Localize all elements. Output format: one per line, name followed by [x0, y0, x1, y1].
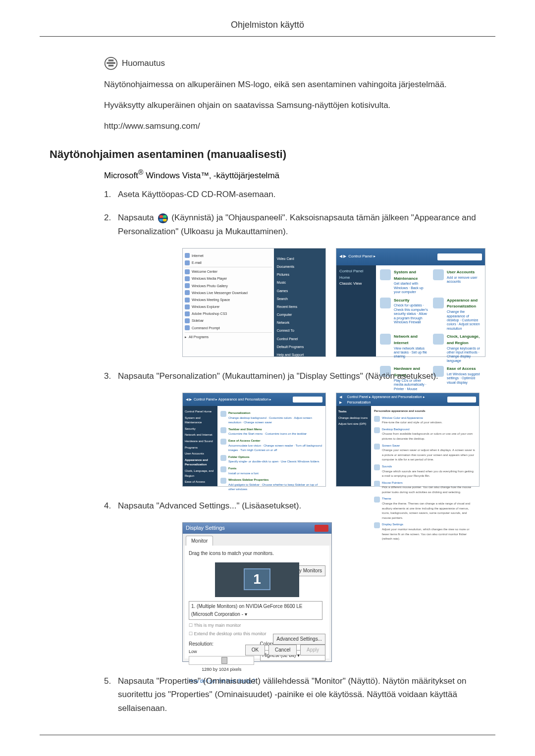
advanced-settings-button: Advanced Settings... [273, 634, 325, 645]
screenshot-appearance-personalization: ◀ ▶Control Panel ▸ Appearance and Person… [182, 393, 326, 487]
svg-point-1 [158, 213, 167, 223]
header-rule [40, 36, 495, 37]
apply-button: Apply [300, 645, 325, 655]
cancel-button: Cancel [268, 645, 297, 655]
step-3-text: Napsauta "Personalization" (Mukauttamine… [118, 371, 438, 381]
page-header-title: Ohjelmiston käyttö [40, 20, 495, 30]
screenshot-control-panel: ◀ ▶Control Panel ▸ Control Panel Home Cl… [336, 248, 485, 357]
sub-mid: Windows Vista™‚ -käyttöjärjestelmä [143, 170, 279, 180]
step-4: Napsauta "Advanced Settings..." (Lisäase… [104, 499, 485, 662]
note-paragraph-2: Hyväksytty alkuperäinen ohjain on saatav… [104, 99, 485, 112]
start-orb-icon [158, 213, 168, 224]
close-icon [315, 525, 328, 532]
footer-rule [40, 735, 495, 735]
screenshot-start-menu: Internet E-mail Welcome Center Windows M… [182, 248, 326, 357]
step-2-text-a: Napsauta [118, 213, 157, 222]
step-5-text: Napsauta "Properties" (Ominaisuudet) väl… [118, 676, 467, 712]
note-icon [104, 56, 118, 70]
sub-prefix: Microsoft [104, 170, 138, 180]
step-5: Napsauta "Properties" (Ominaisuudet) väl… [104, 674, 485, 715]
ok-button: OK [245, 645, 265, 655]
step-1-text: Aseta Käyttöopas-CD CD-ROM-asemaan. [118, 190, 275, 199]
step-4-text: Napsauta "Advanced Settings..." (Lisäase… [118, 501, 301, 510]
step-1: Aseta Käyttöopas-CD CD-ROM-asemaan. [104, 188, 485, 201]
screenshot-personalization: ◀ ▶Control Panel ▸ Appearance and Person… [336, 393, 480, 487]
screenshot-display-settings: Display Settings Monitor Drag the icons … [182, 522, 332, 662]
note-label: Huomautus [122, 58, 165, 68]
section-sub: Microsoft® Windows Vista™‚ -käyttöjärjes… [104, 168, 485, 181]
reg-mark: ® [138, 168, 143, 176]
step-3: Napsauta "Personalization" (Mukauttamine… [104, 369, 485, 487]
note-paragraph-1: Näytönohjaimessa on alkuperäinen MS-logo… [104, 78, 485, 91]
note-header: Huomautus [104, 56, 485, 70]
note-url: http://www.samsung.com/ [104, 119, 485, 133]
section-heading: Näytönohjaimen asentaminen (manuaalisest… [50, 148, 485, 161]
step-2-text-b: (Käynnistä) ja "Ohjauspaneeli". Kaksoisn… [118, 213, 476, 236]
step-2: Napsauta (Käynnistä) ja "Ohjauspaneeli".… [104, 211, 485, 356]
